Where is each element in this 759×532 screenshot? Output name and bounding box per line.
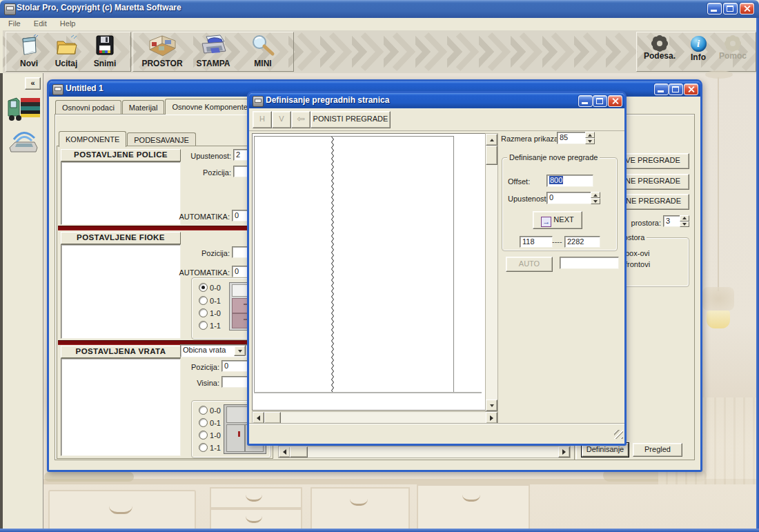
- offset-field[interactable]: 800: [546, 175, 593, 187]
- forklift-icon[interactable]: [6, 92, 41, 124]
- razmera-field[interactable]: 85: [557, 132, 589, 144]
- radio-option[interactable]: 1-0: [199, 308, 221, 317]
- partition-zigzag-line: [331, 137, 335, 392]
- nove-pregrade-button[interactable]: VE PREGRADE: [616, 153, 689, 169]
- dialog-statusbar: [249, 424, 624, 440]
- police-pozicija-label: Pozicija:: [168, 168, 231, 177]
- component-tabs: KOMPONENTE PODESAVANJE: [59, 130, 197, 146]
- spinner-up-icon[interactable]: [585, 132, 595, 138]
- app-title: Stolar Pro, Copyright (c) Maretta Softwa…: [17, 3, 181, 12]
- dialog-titlebar[interactable]: Definisanje pregradnih stranica: [249, 93, 624, 108]
- section-divider: [58, 226, 271, 230]
- razmera-spinner[interactable]: [585, 132, 595, 144]
- radio-option[interactable]: 0-1: [199, 296, 221, 305]
- scroll-up-icon[interactable]: [486, 134, 497, 146]
- window-icon: [253, 96, 264, 107]
- menu-file[interactable]: File: [3, 18, 26, 29]
- scrollbar-thumb[interactable]: [264, 412, 281, 424]
- close-icon[interactable]: [740, 3, 754, 14]
- upustenost-field[interactable]: 0: [546, 192, 593, 204]
- partition-canvas[interactable]: [252, 133, 486, 411]
- back-arrow-icon: ⇦: [297, 113, 305, 124]
- mini-button[interactable]: MINI: [242, 35, 284, 68]
- open-button[interactable]: Ucitaj: [48, 35, 85, 68]
- radio-icon: [199, 283, 208, 292]
- scrollbar-thumb[interactable]: [290, 446, 308, 457]
- dialog-toolbar: H V ⇦ PONISTI PREGRADE: [249, 108, 624, 131]
- settings-button[interactable]: Podesa.: [641, 35, 678, 61]
- close-icon[interactable]: [608, 95, 622, 107]
- door-type-dropdown[interactable]: Obicna vrata: [180, 344, 247, 357]
- canvas-vertical-scrollbar[interactable]: [485, 133, 498, 412]
- spinner-up-icon[interactable]: [680, 215, 689, 221]
- range-from-field[interactable]: 118: [520, 236, 553, 248]
- prostora-spinner[interactable]: [680, 215, 689, 227]
- app-titlebar[interactable]: Stolar Pro, Copyright (c) Maretta Softwa…: [0, 0, 759, 18]
- fioke-listbox[interactable]: [61, 244, 181, 339]
- menu-edit[interactable]: Edit: [28, 18, 52, 29]
- range-to-field[interactable]: 2282: [564, 236, 600, 248]
- minimize-icon[interactable]: [654, 83, 669, 95]
- next-button[interactable]: → NEXT: [533, 211, 582, 229]
- new-button[interactable]: Novi: [10, 35, 48, 68]
- glavne-pregrade-button[interactable]: NE PREGRADE: [616, 174, 689, 190]
- spinner-down-icon[interactable]: [680, 221, 689, 228]
- gear-icon: [653, 37, 667, 50]
- police-header: POSTAVLJENE POLICE: [61, 149, 181, 161]
- upustenost-spinner[interactable]: [591, 192, 600, 204]
- radio-option[interactable]: 1-0: [199, 431, 221, 440]
- vrata-listbox[interactable]: [61, 358, 181, 456]
- tab-komponente[interactable]: KOMPONENTE: [59, 131, 126, 147]
- pregled-button[interactable]: Pregled: [633, 443, 682, 457]
- room-icon: [146, 35, 178, 57]
- police-automatika-label: AUTOMATIKA:: [159, 213, 230, 221]
- help-button: Pomoc: [714, 35, 751, 61]
- info-button[interactable]: i Info: [680, 35, 717, 62]
- resize-grip[interactable]: [614, 430, 623, 439]
- canvas-horizontal-scrollbar[interactable]: [252, 411, 498, 424]
- toolbar: Novi Ucitaj Snimi: [3, 30, 756, 74]
- spinner-down-icon[interactable]: [591, 198, 600, 204]
- scroll-down-icon[interactable]: [486, 400, 497, 411]
- minimize-icon[interactable]: [707, 3, 722, 14]
- radio-option[interactable]: 0-0: [199, 406, 221, 415]
- prostor-button[interactable]: PROSTOR: [141, 35, 183, 68]
- spinner-up-icon[interactable]: [591, 192, 600, 198]
- scanner-icon[interactable]: [7, 127, 40, 155]
- spinner-down-icon[interactable]: [585, 138, 595, 144]
- save-button[interactable]: Snimi: [86, 35, 124, 68]
- scroll-left-icon[interactable]: [253, 412, 264, 424]
- scroll-right-icon[interactable]: [486, 412, 497, 424]
- maximize-icon[interactable]: [669, 83, 683, 95]
- radio-option[interactable]: 1-1: [199, 321, 221, 330]
- tab-materijal[interactable]: Materijal: [122, 100, 165, 114]
- upustenost-label: Upustenost:: [508, 195, 549, 203]
- radio-option[interactable]: 1-1: [199, 443, 221, 452]
- tab-podesavanje[interactable]: PODESAVANJE: [127, 132, 196, 146]
- horizontal-scrollbar[interactable]: [278, 446, 571, 458]
- tab-osnovni-podaci[interactable]: Osnovni podaci: [55, 100, 121, 114]
- auto-field[interactable]: [560, 257, 619, 269]
- close-icon[interactable]: [684, 83, 698, 95]
- menu-help[interactable]: Help: [55, 18, 81, 29]
- chevron-down-icon[interactable]: [234, 346, 246, 356]
- scrollbar-thumb[interactable]: [486, 146, 497, 165]
- toolbar-group-tools: PROSTOR STAMPA MINI: [132, 32, 294, 72]
- cabinet-drawer-decor: [210, 487, 302, 509]
- radio-icon: [199, 321, 208, 330]
- cabinet-drawer-decor: [48, 490, 196, 531]
- radio-option[interactable]: 0-0: [199, 283, 221, 292]
- scroll-right-icon[interactable]: [558, 446, 570, 457]
- maximize-icon[interactable]: [723, 3, 738, 14]
- vrata-visina-label: Visina:: [164, 379, 219, 387]
- drawer-handle-decor: [246, 515, 262, 523]
- ponisti-pregrade-button[interactable]: PONISTI PREGRADE: [310, 111, 391, 128]
- collapse-sidebar-button[interactable]: «: [25, 77, 41, 90]
- police-upustenost-label: Upustenost:: [168, 152, 231, 160]
- maximize-icon[interactable]: [593, 95, 607, 107]
- scroll-left-icon[interactable]: [279, 446, 290, 457]
- minimize-icon[interactable]: [578, 95, 593, 107]
- radio-option[interactable]: 0-1: [199, 418, 221, 427]
- tab-osnovne-komponente[interactable]: Osnovne Komponente: [165, 99, 254, 115]
- stampa-button[interactable]: STAMPA: [193, 35, 234, 68]
